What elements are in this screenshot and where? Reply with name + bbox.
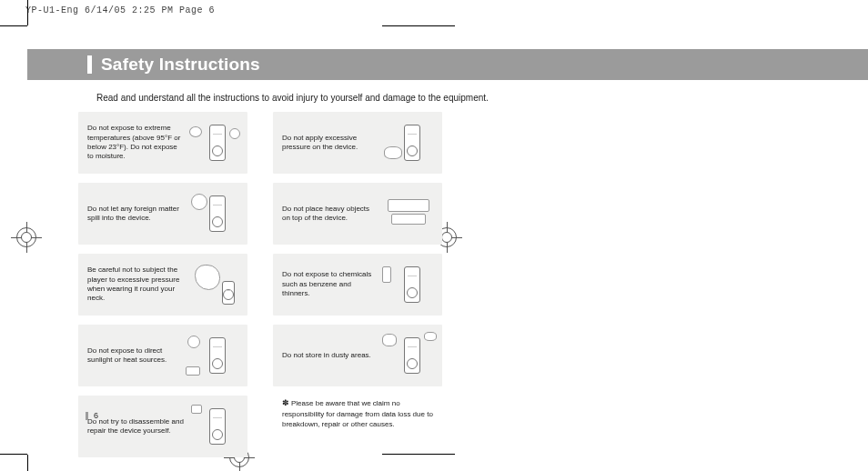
instruction-card: Do not expose to direct sunlight or heat… bbox=[78, 325, 247, 386]
instruction-card: Do not store in dusty areas. bbox=[273, 325, 442, 386]
instruction-card: Do not apply excessive pressure on the d… bbox=[273, 112, 442, 174]
title-bar: Safety Instructions bbox=[27, 49, 868, 80]
instruction-card: Do not expose to extreme temperatures (a… bbox=[78, 112, 247, 174]
asterisk-icon: ✽ bbox=[282, 398, 289, 407]
instruction-card: Do not try to disassemble and repair the… bbox=[78, 396, 247, 457]
print-header: YP-U1-Eng 6/14/05 2:25 PM Page 6 bbox=[25, 5, 215, 15]
instruction-illustration-icon bbox=[386, 121, 433, 165]
instruction-illustration-icon bbox=[386, 192, 433, 236]
instruction-text: Do not apply excessive pressure on the d… bbox=[282, 134, 378, 153]
crop-mark bbox=[27, 455, 28, 471]
instruction-card: Be careful not to subject the player to … bbox=[78, 254, 247, 316]
instruction-text: Do not expose to extreme temperatures (a… bbox=[87, 124, 184, 162]
instruction-illustration-icon bbox=[386, 334, 433, 377]
instruction-columns: Do not expose to extreme temperatures (a… bbox=[78, 112, 868, 457]
instruction-text: Do not store in dusty areas. bbox=[282, 351, 378, 360]
page-number: 6 bbox=[94, 411, 98, 420]
instruction-text: Do not expose to direct sunlight or heat… bbox=[87, 346, 184, 366]
right-column: Do not apply excessive pressure on the d… bbox=[273, 112, 442, 457]
crop-mark bbox=[0, 454, 27, 455]
instruction-illustration-icon bbox=[191, 121, 238, 165]
instruction-illustration-icon bbox=[191, 334, 238, 377]
instruction-text: Do not expose to chemicals such as benze… bbox=[282, 270, 378, 298]
crop-mark bbox=[0, 25, 27, 26]
instruction-text: Do not let any foreign matter spill into… bbox=[87, 205, 184, 224]
intro-text: Read and understand all the instructions… bbox=[96, 93, 868, 103]
disclaimer: ✽Please be aware that we claim no respon… bbox=[273, 397, 442, 429]
page-number-marker: 6 bbox=[86, 411, 98, 420]
page-content: Safety Instructions Read and understand … bbox=[27, 25, 868, 455]
disclaimer-text: Please be aware that we claim no respons… bbox=[282, 399, 433, 428]
instruction-text: Do not try to disassemble and repair the… bbox=[87, 417, 184, 436]
instruction-card: Do not let any foreign matter spill into… bbox=[78, 183, 247, 245]
instruction-card: Do not place heavy objects on top of the… bbox=[273, 183, 442, 245]
title-accent bbox=[87, 55, 92, 74]
instruction-card: Do not expose to chemicals such as benze… bbox=[273, 254, 442, 316]
instruction-text: Be careful not to subject the player to … bbox=[87, 266, 184, 304]
instruction-illustration-icon bbox=[191, 263, 238, 306]
crop-mark bbox=[27, 0, 28, 25]
page-title: Safety Instructions bbox=[101, 55, 260, 75]
instruction-illustration-icon bbox=[191, 192, 238, 236]
instruction-illustration-icon bbox=[386, 263, 433, 306]
instruction-illustration-icon bbox=[191, 405, 238, 448]
page-number-accent bbox=[86, 412, 88, 420]
left-column: Do not expose to extreme temperatures (a… bbox=[78, 112, 247, 457]
instruction-text: Do not place heavy objects on top of the… bbox=[282, 205, 378, 224]
